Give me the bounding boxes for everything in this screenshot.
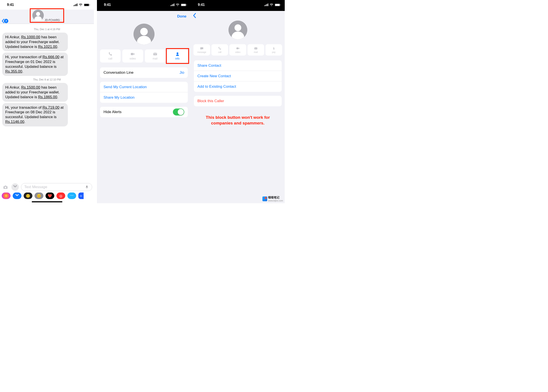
message-bubble[interactable]: Hi, your transaction of Rs.666.00 at Fre… <box>2 53 68 76</box>
info-button[interactable]: info <box>167 49 188 63</box>
video-button[interactable]: video <box>229 44 246 56</box>
video-button[interactable]: video <box>122 49 143 63</box>
message-thread[interactable]: Thu, Dec 1 at 4:16 PM Hi Ankur, Rs.1000.… <box>0 24 94 181</box>
app-icon[interactable]: zo <box>78 193 84 199</box>
alerts-group: Hide Alerts <box>100 107 188 117</box>
timestamp: Thu, Dec 1 at 4:16 PM <box>2 28 92 31</box>
contact-name: JD-FCHARG <box>45 19 62 22</box>
status-time: 9:41 <box>104 3 111 7</box>
signal-icon <box>73 3 78 6</box>
share-location-cell[interactable]: Share My Location <box>100 92 188 103</box>
conversation-line-group: Conversation Line Jio <box>100 67 188 78</box>
hide-alerts-cell: Hide Alerts <box>100 107 188 117</box>
appstore-app-icon[interactable] <box>13 193 21 199</box>
memoji-app-icon[interactable]: 🙂 <box>24 193 32 199</box>
annotation-note: This block button won't work for compani… <box>191 110 285 130</box>
status-bar: 9:41 <box>191 0 285 10</box>
sheet-header: Done <box>97 11 191 22</box>
status-right <box>73 3 90 6</box>
pay-button[interactable]: pay <box>265 44 282 56</box>
app-icon[interactable]: ◎ <box>57 193 65 199</box>
done-button[interactable]: Done <box>177 14 187 19</box>
battery-icon <box>181 3 187 6</box>
battery-icon <box>84 3 90 6</box>
stickers-app-icon[interactable]: 😊 <box>35 193 43 199</box>
block-group: Block this Caller <box>194 96 282 106</box>
battery-icon <box>275 3 281 6</box>
contact-button[interactable]: JD-FCHARG <box>32 10 62 22</box>
timestamp: Thu, Dec 8 at 12:10 PM <box>2 78 92 81</box>
mail-button[interactable]: mail <box>145 49 165 63</box>
message-bubble[interactable]: Hi, your transaction of Rs.719.00 at Fre… <box>2 103 68 126</box>
block-caller-cell[interactable]: Block this Caller <box>194 96 282 106</box>
label: Conversation Line <box>104 70 134 75</box>
home-indicator[interactable] <box>32 201 62 202</box>
app-store-button[interactable] <box>11 183 19 191</box>
call-button[interactable]: call <box>211 44 228 56</box>
status-bar: 9:41 <box>97 0 191 10</box>
dictate-icon[interactable] <box>85 185 89 189</box>
audio-app-icon[interactable]: 〰 <box>67 193 76 199</box>
wifi-icon <box>176 3 179 6</box>
watermark-logo-icon <box>262 196 267 201</box>
imessage-app-tray[interactable]: 🙂 😊 ❤️ ◎ 〰 zo <box>0 191 94 200</box>
add-contact-cell[interactable]: Add to Existing Contact <box>194 81 282 92</box>
back-button[interactable] <box>193 13 196 19</box>
message-bubble[interactable]: Hi Ankur, Rs.1000.00 has been added to y… <box>2 33 68 51</box>
location-group: Send My Current Location Share My Locati… <box>100 82 188 103</box>
thread-header: 7 JD-FCHARG <box>0 10 94 24</box>
chevron-right-icon <box>60 19 62 21</box>
contact-avatar <box>97 24 191 45</box>
message-bubble[interactable]: Hi Ankur, Rs.1500.00 has been added to y… <box>2 83 68 101</box>
avatar <box>32 10 44 21</box>
photos-app-icon[interactable] <box>2 193 10 199</box>
back-button[interactable]: 7 <box>2 19 8 23</box>
conversation-line-cell[interactable]: Conversation Line Jio <box>100 67 188 78</box>
fitness-app-icon[interactable]: ❤️ <box>45 193 54 199</box>
wifi-icon <box>270 3 273 6</box>
wifi-icon <box>79 3 83 6</box>
contact-info-screen: 9:41 message call video mail pay Share C… <box>191 0 285 203</box>
watermark: 嘻嘻笔记 www.bijixx.com <box>262 196 283 202</box>
unread-badge: 7 <box>4 19 8 23</box>
create-contact-cell[interactable]: Create New Contact <box>194 71 282 81</box>
status-right <box>171 3 187 6</box>
contact-avatar <box>191 21 285 40</box>
camera-button[interactable] <box>2 183 9 191</box>
messages-thread-screen: 9:41 7 JD-FCHARG Thu, Dec 1 at 4:16 PM H… <box>0 0 94 203</box>
signal-icon <box>264 3 268 6</box>
message-input[interactable]: Text Message <box>21 183 92 191</box>
signal-icon <box>171 3 174 6</box>
placeholder: Text Message <box>24 185 47 189</box>
call-button[interactable]: call <box>100 49 121 63</box>
contact-actions: message call video mail pay <box>191 44 285 56</box>
contact-detail-sheet: 9:41 Done call video mail info Conversat… <box>97 0 191 203</box>
send-location-cell[interactable]: Send My Current Location <box>100 82 188 92</box>
contact-actions: call video mail info <box>97 49 191 63</box>
compose-bar: Text Message <box>0 182 94 192</box>
status-bar: 9:41 <box>0 0 94 10</box>
status-time: 9:41 <box>7 3 14 7</box>
status-time: 9:41 <box>198 3 205 7</box>
share-contact-cell[interactable]: Share Contact <box>194 60 282 71</box>
mail-button[interactable]: mail <box>248 44 264 56</box>
contact-actions-group: Share Contact Create New Contact Add to … <box>194 60 282 92</box>
hide-alerts-toggle[interactable] <box>173 109 184 115</box>
value: Jio <box>179 70 184 75</box>
label: Hide Alerts <box>104 110 121 114</box>
status-right <box>264 3 281 6</box>
message-button[interactable]: message <box>193 44 210 56</box>
